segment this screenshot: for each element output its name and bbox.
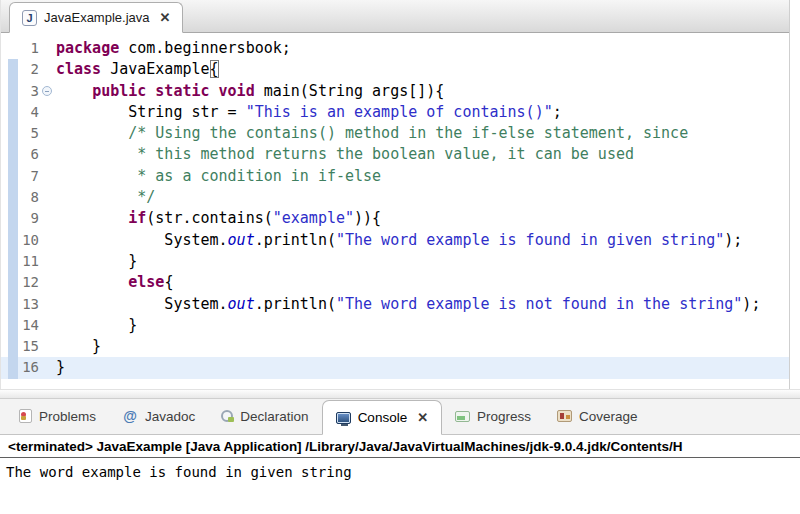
fold-column <box>39 144 56 165</box>
panel-sash[interactable] <box>0 389 800 398</box>
line-number: 3 <box>1 81 39 102</box>
tab-label: Console <box>358 410 408 425</box>
code-text: /* Using the contains() method in the if… <box>56 123 789 144</box>
fold-column <box>39 272 56 293</box>
fold-column <box>39 251 56 272</box>
fold-column <box>39 208 56 229</box>
line-number: 12 <box>1 272 39 293</box>
fold-column <box>39 166 56 187</box>
code-line-3[interactable]: 3 public static void main(String args[])… <box>1 81 789 102</box>
editor-tab-javaexample[interactable]: J JavaExample.java ✕ <box>9 2 183 33</box>
code-text: */ <box>56 187 789 208</box>
line-number: 8 <box>1 187 39 208</box>
code-text: System.out.println("The word example is … <box>56 294 789 315</box>
code-line-16[interactable]: 16} <box>1 357 789 378</box>
editor-region: J JavaExample.java ✕ 1package com.beginn… <box>0 0 790 389</box>
fold-column <box>39 294 56 315</box>
code-text: public static void main(String args[]){ <box>56 81 789 102</box>
code-area[interactable]: 1package com.beginnersbook;2class JavaEx… <box>1 33 789 389</box>
tab-label: Problems <box>39 409 96 424</box>
code-line-10[interactable]: 10 System.out.println("The word example … <box>1 230 789 251</box>
close-icon[interactable]: ✕ <box>160 10 171 25</box>
line-number: 6 <box>1 144 39 165</box>
fold-column <box>39 315 56 336</box>
bottom-tabbar: ProblemsJavadocDeclarationConsole✕Progre… <box>0 398 800 435</box>
code-line-1[interactable]: 1package com.beginnersbook; <box>1 38 789 59</box>
code-text: if(str.contains("example")){ <box>56 208 789 229</box>
console-view: <terminated> JavaExample [Java Applicati… <box>0 435 800 514</box>
line-number: 11 <box>1 251 39 272</box>
line-number: 10 <box>1 230 39 251</box>
line-number: 15 <box>1 336 39 357</box>
problems-icon <box>19 409 32 423</box>
editor-tabbar: J JavaExample.java ✕ <box>1 0 789 33</box>
fold-collapse-icon[interactable] <box>42 86 52 96</box>
declaration-icon <box>221 410 233 422</box>
line-number: 7 <box>1 166 39 187</box>
code-line-14[interactable]: 14 } <box>1 315 789 336</box>
fold-column <box>39 230 56 251</box>
code-text: System.out.println("The word example is … <box>56 230 789 251</box>
code-line-8[interactable]: 8 */ <box>1 187 789 208</box>
fold-column <box>39 123 56 144</box>
code-line-12[interactable]: 12 else{ <box>1 272 789 293</box>
fold-column <box>39 81 56 102</box>
line-number: 4 <box>1 102 39 123</box>
code-text: package com.beginnersbook; <box>56 38 789 59</box>
tab-label: Declaration <box>240 409 308 424</box>
tab-console[interactable]: Console✕ <box>322 400 442 435</box>
code-text: } <box>56 315 789 336</box>
line-number: 1 <box>1 38 39 59</box>
code-line-13[interactable]: 13 System.out.println("The word example … <box>1 294 789 315</box>
fold-column <box>39 357 56 378</box>
code-line-2[interactable]: 2class JavaExample{ <box>1 59 789 80</box>
fold-column <box>39 336 56 357</box>
code-text: } <box>56 336 789 357</box>
code-text: } <box>56 357 789 378</box>
line-number: 13 <box>1 294 39 315</box>
tab-declaration[interactable]: Declaration <box>208 398 321 434</box>
console-header: <terminated> JavaExample [Java Applicati… <box>0 435 800 458</box>
code-text: * this method returns the boolean value,… <box>56 144 789 165</box>
fold-column <box>39 38 56 59</box>
fold-column <box>39 187 56 208</box>
tab-label: Javadoc <box>145 409 195 424</box>
progress-icon <box>455 411 470 422</box>
code-line-9[interactable]: 9 if(str.contains("example")){ <box>1 208 789 229</box>
console-icon <box>336 412 351 424</box>
tab-javadoc[interactable]: Javadoc <box>109 398 208 434</box>
coverage-icon <box>557 410 572 422</box>
java-file-icon: J <box>22 10 37 26</box>
console-output: The word example is found in given strin… <box>0 458 800 486</box>
tab-progress[interactable]: Progress <box>442 398 544 434</box>
javadoc-icon <box>122 409 138 424</box>
line-number: 9 <box>1 208 39 229</box>
code-text: class JavaExample{ <box>56 59 789 80</box>
tab-problems[interactable]: Problems <box>6 398 109 434</box>
fold-column <box>39 59 56 80</box>
code-text: * as a condition in if-else <box>56 166 789 187</box>
editor-tab-title: JavaExample.java <box>44 10 150 25</box>
code-text: else{ <box>56 272 789 293</box>
close-icon[interactable]: ✕ <box>417 410 428 425</box>
code-line-4[interactable]: 4 String str = "This is an example of co… <box>1 102 789 123</box>
tab-label: Coverage <box>579 409 638 424</box>
code-line-5[interactable]: 5 /* Using the contains() method in the … <box>1 123 789 144</box>
fold-column <box>39 102 56 123</box>
tab-label: Progress <box>477 409 531 424</box>
line-number: 14 <box>1 315 39 336</box>
line-number: 5 <box>1 123 39 144</box>
tab-coverage[interactable]: Coverage <box>544 398 651 434</box>
code-text: String str = "This is an example of cont… <box>56 102 789 123</box>
code-line-7[interactable]: 7 * as a condition in if-else <box>1 166 789 187</box>
line-number: 16 <box>1 357 39 378</box>
line-number: 2 <box>1 59 39 80</box>
code-line-11[interactable]: 11 } <box>1 251 789 272</box>
code-line-6[interactable]: 6 * this method returns the boolean valu… <box>1 144 789 165</box>
code-text: } <box>56 251 789 272</box>
code-line-15[interactable]: 15 } <box>1 336 789 357</box>
